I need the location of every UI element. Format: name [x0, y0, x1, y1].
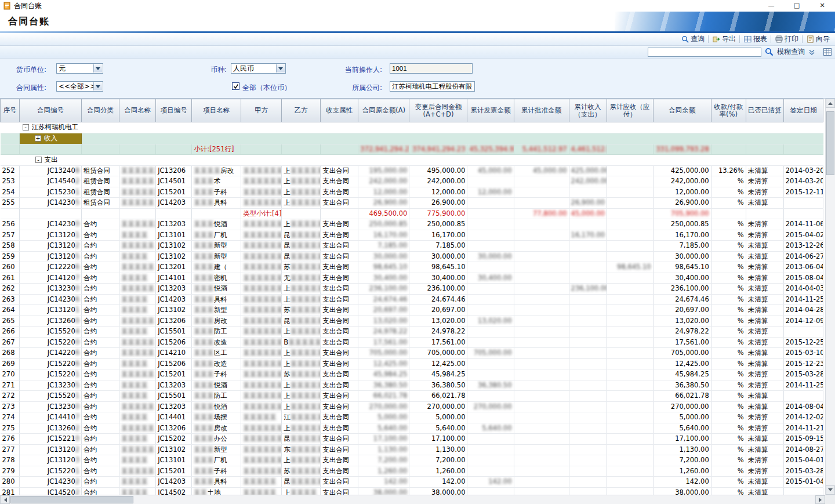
table-row[interactable]: 274JC144107合约某某某某JC14401某某某场摆某某某某某江某某某某某…: [1, 412, 823, 423]
vertical-scroll-thumb[interactable]: [826, 111, 834, 175]
search-button[interactable]: 查询: [681, 34, 705, 44]
column-header[interactable]: 合同编号: [20, 99, 82, 122]
scroll-right-button[interactable]: [815, 495, 825, 504]
table-row[interactable]: 266JC155204合约某某某某JC15501某某某防工某某某某某某上某某某某…: [1, 327, 823, 338]
table-cell: [569, 477, 607, 488]
table-cell: 2015-12-11: [783, 187, 823, 198]
subtotal-row-income[interactable]: 小计:[251行]372,941,294.23374,941,294.2345,…: [1, 144, 823, 155]
table-cell: [514, 391, 569, 402]
table-row[interactable]: 263JC142306合约某某某某JC14203某某某具科某某某某某某上某某某某…: [1, 294, 823, 305]
column-header[interactable]: 变更后合同金额(A+C+D): [409, 99, 467, 122]
company-input[interactable]: [390, 81, 475, 92]
search-magnifier-icon[interactable]: [765, 48, 774, 56]
currency-unit-select[interactable]: 元: [56, 63, 103, 74]
table-row[interactable]: 270JC152201合约某某某某某JC15201某某某子科某某某某某某苏某某某…: [1, 369, 823, 380]
column-header[interactable]: 合同余额: [653, 99, 711, 122]
table-row[interactable]: 276JC152210合约某某某某JC15202某某某办公某某某某某某昆某某某某…: [1, 434, 823, 445]
horizontal-scrollbar[interactable]: [0, 495, 825, 504]
group-row-expense[interactable]: -支出: [1, 155, 823, 166]
column-header[interactable]: 收款/付款率(%): [711, 99, 746, 122]
table-cell: 上某某某某某: [282, 391, 321, 402]
column-header[interactable]: 合同原金额(A): [358, 99, 409, 122]
table-row[interactable]: 275JC132602合约某某某某某JC13206某某某房改某某某某某某上某某某…: [1, 423, 823, 434]
wizard-button[interactable]: 向导: [806, 34, 830, 44]
column-header[interactable]: 乙方: [282, 99, 321, 122]
column-header[interactable]: 收支属性: [321, 99, 358, 122]
search-input[interactable]: [648, 48, 761, 57]
table-row[interactable]: 278JC131203合约某某某某JC13101某某某厂机某某某某某某上某某某某…: [1, 455, 823, 466]
table-row[interactable]: 257JC131201合约某某某某JC13101某某某厂机某某某某某某昆某某某某…: [1, 230, 823, 241]
table-row[interactable]: 258JC131202合约某某某某某JC13102某某某新型某某某某某某昆某某某…: [1, 241, 823, 252]
base-currency-checkbox-label[interactable]: 全部（本位币）: [242, 83, 291, 93]
table-row[interactable]: 261JC141207合约某某某某JC14101某某某密机某某某某某某某无某某某…: [1, 273, 823, 284]
print-button[interactable]: 打印: [775, 34, 798, 44]
column-header[interactable]: 累计收入（支出）: [569, 99, 607, 122]
table-cell: [321, 208, 358, 219]
column-header[interactable]: 序号: [1, 99, 20, 122]
table-row[interactable]: 267JC152200合约某某某某某JC15206某某某改造某某某某某某B某某某…: [1, 337, 823, 348]
minimize-button[interactable]: —: [758, 0, 784, 12]
combo-arrow-icon[interactable]: [93, 64, 102, 72]
tree-toggle-icon[interactable]: -: [23, 124, 29, 130]
column-header[interactable]: 签定日期: [783, 99, 823, 122]
group-row-income[interactable]: +收入: [1, 133, 823, 144]
table-row[interactable]: 265JC132600合约某某某某某JC13206某某某房改某某某某某某昆某某某…: [1, 316, 823, 327]
table-cell: 5,000.00: [653, 412, 711, 423]
table-row[interactable]: 260JC122206合约某某某某某JC13201某某某建（某某某某某某苏某某某…: [1, 262, 823, 273]
column-header[interactable]: 项目编号: [156, 99, 192, 122]
combo-arrow-icon[interactable]: [93, 82, 102, 90]
table-cell: 某某某某: [119, 412, 156, 423]
table-row[interactable]: 271JC132305合约某某某某JC13203某某某悦酒某某某某某某某上某某某…: [1, 380, 823, 391]
close-button[interactable]: ✕: [809, 0, 835, 12]
base-currency-checkbox[interactable]: [232, 82, 239, 90]
table-row[interactable]: 256JC142300合约某某某某某某JC13203某某某悦酒某某某某某某某上某…: [1, 219, 823, 230]
export-button[interactable]: 导出: [712, 34, 736, 44]
tree-toggle-icon[interactable]: -: [35, 157, 42, 163]
table-row[interactable]: 255JC142305租赁合同某某某某某JC14203某某某具科某某某某某某某上…: [1, 198, 823, 209]
fuzzy-search-label[interactable]: 模糊查询: [777, 47, 805, 57]
column-header[interactable]: 合同名称: [119, 99, 156, 122]
table-row[interactable]: 277JC131202合约某某某某某JC13102某某某新型某某某某某某东某某某…: [1, 444, 823, 455]
table-row[interactable]: 259JC131205合约某某某某JC13102某某某新型某某某某某某昆某某某某…: [1, 251, 823, 262]
table-cell: 276: [1, 434, 20, 445]
column-header[interactable]: 合同分类: [82, 99, 119, 122]
grid-view-icon[interactable]: [823, 48, 832, 56]
report-button[interactable]: 报表: [743, 34, 767, 44]
subtotal-row-category[interactable]: 类型小计:[4]469,500.00775,900.0077,800.0045,…: [1, 208, 823, 219]
table-row[interactable]: 262JC132300合约某某某某某JC13203某某某悦酒某某某某某某某上某某…: [1, 284, 823, 295]
table-row[interactable]: 269JC152206合约某某某某JC15206某某某改造某某某某某某上某某某某…: [1, 358, 823, 369]
column-header[interactable]: 累计应收（应付）: [607, 99, 653, 122]
table-cell: JC142206: [20, 348, 82, 359]
table-row[interactable]: 272JC155201合约某某某某JC15501某某某防工某某某某某某上某某某某…: [1, 391, 823, 402]
scroll-up-button[interactable]: [826, 99, 835, 108]
table-row[interactable]: 254JC152301租赁合同某某某某某某JC15201某某某子科某某某某某某某…: [1, 187, 823, 198]
table-cell: 20,697.00: [653, 305, 711, 316]
table-row[interactable]: 273JC132300合约某某某某某JC13203某某某悦酒某某某某某某某上某某…: [1, 401, 823, 412]
table-row[interactable]: 280JC142302合约某某某某JC14203某某某具科某某某某某昆某某某某某…: [1, 477, 823, 488]
table-row[interactable]: 253JC145402租赁合同某某某某某JC14501某某某术某某某某某某某上某…: [1, 176, 823, 187]
horizontal-scroll-thumb[interactable]: [10, 496, 133, 503]
table-row[interactable]: 268JC142206合约某某某某某JC14210某某某区工某某某某某某某上某某…: [1, 348, 823, 359]
combo-arrow-icon[interactable]: [276, 64, 285, 72]
column-header[interactable]: 累计批准金额: [514, 99, 569, 122]
column-header[interactable]: 项目名称: [192, 99, 241, 122]
scroll-left-button[interactable]: [0, 495, 10, 504]
operator-input[interactable]: [390, 63, 473, 74]
maximize-button[interactable]: □: [784, 0, 809, 12]
table-row[interactable]: 264JC131201合约某某某某JC13102某某某新型某某某某某某苏某某某某…: [1, 305, 823, 316]
chevron-down-icon[interactable]: [808, 49, 815, 56]
table-cell: 36,380.50: [653, 380, 711, 391]
table-cell: 30,400.00: [653, 273, 711, 284]
table-cell: [282, 144, 321, 155]
table-row[interactable]: 279JC152201合约某某某某某JC15201某某某子科某某某某某某苏某某某…: [1, 466, 823, 477]
currency-type-select[interactable]: 人民币: [231, 63, 286, 74]
tree-toggle-icon[interactable]: +: [35, 135, 41, 142]
table-row[interactable]: 252JC132408租赁合同某某某某某某JC13206某某某某房改某某某某某某…: [1, 165, 823, 176]
group-row-company[interactable]: -江苏柯瑞机电工: [1, 122, 823, 133]
scroll-down-button[interactable]: [826, 485, 835, 495]
contract-attr-select[interactable]: <<全部>>: [56, 81, 103, 92]
column-header[interactable]: 甲方: [241, 99, 282, 122]
column-header[interactable]: 累计发票金额: [467, 99, 514, 122]
column-header[interactable]: 已否已清算: [746, 99, 783, 122]
vertical-scrollbar[interactable]: [825, 99, 835, 495]
